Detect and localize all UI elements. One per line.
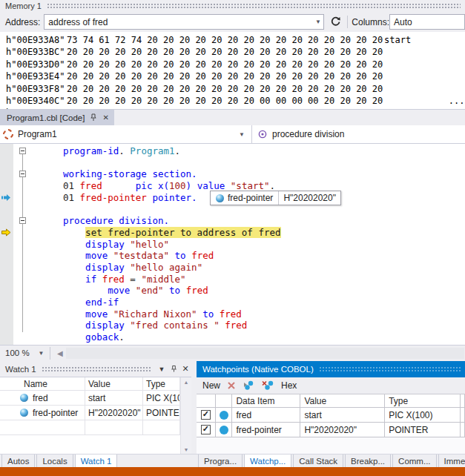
- code-line[interactable]: goback.: [0, 331, 465, 343]
- watchpoints-column-header[interactable]: Value: [300, 394, 385, 408]
- code-line[interactable]: [0, 157, 465, 169]
- tab-immedi[interactable]: Immedi...: [438, 454, 465, 468]
- enable-all-watchpoints-icon[interactable]: [243, 380, 255, 391]
- columns-input[interactable]: Auto: [389, 14, 465, 30]
- memory-bytes: 20 20 20 20 20 20 20 20 20 20 20 20 20 2…: [67, 59, 383, 70]
- editor-bottom-bar: 100 % ▼ ◀: [0, 345, 465, 360]
- watch-title: Watch 1: [5, 365, 36, 374]
- datatip-pin-arrow-icon: [1, 194, 11, 202]
- refresh-icon: [330, 16, 341, 27]
- watchpoint-row[interactable]: fredstartPIC X(100): [197, 408, 465, 423]
- watch-window: Watch 1 ▼ ✕ NameValueType fredstartPIC X…: [0, 361, 191, 454]
- memory-bytes: 73 74 61 72 74 20 20 20 20 20 20 20 20 2…: [67, 34, 383, 46]
- tab-program1-cbl[interactable]: Program1.cbl [Code] ✕: [0, 110, 114, 125]
- memory-row: h"00E9340C"20 20 20 20 20 20 20 20 20 20…: [0, 95, 465, 107]
- code-editor: Program1.cbl [Code] ✕ Progra: [0, 109, 465, 361]
- watchpoints-grid[interactable]: Data ItemValueType fredstartPIC X(100)fr…: [197, 394, 465, 454]
- code-line[interactable]: display "hello again": [0, 262, 465, 274]
- watch-name-cell: fred-pointer: [0, 406, 85, 420]
- code-line[interactable]: end-if: [0, 297, 465, 308]
- tab-call-stack[interactable]: Call Stack: [293, 454, 343, 468]
- zoom-selector[interactable]: 100 % ▼: [0, 348, 46, 357]
- memory-row: h"00E933BC"20 20 20 20 20 20 20 20 20 20…: [0, 46, 465, 58]
- tab-comm[interactable]: Comm...: [392, 454, 436, 468]
- fold-collapse-icon[interactable]: [19, 217, 26, 224]
- checkbox-checked-icon[interactable]: [201, 425, 211, 434]
- program-dropdown[interactable]: Program1 ▼: [0, 125, 252, 143]
- watch-grid[interactable]: NameValueType fredstartPIC X(100)fred-po…: [0, 377, 191, 454]
- tab-locals[interactable]: Locals: [36, 454, 73, 468]
- code-line[interactable]: move "end" to fred: [0, 285, 465, 297]
- address-input[interactable]: address of fred ▼: [44, 14, 324, 30]
- variable-icon: [20, 394, 28, 402]
- scroll-down-icon[interactable]: ▼: [184, 445, 189, 454]
- watchpoint-type: POINTER: [385, 423, 461, 437]
- code-line[interactable]: if fred = "middle": [0, 274, 465, 285]
- memory-window: Memory 1 Address: address of fred ▼ Colu…: [0, 0, 465, 109]
- code-line[interactable]: move "Richard Nixon" to fred: [0, 308, 465, 320]
- code-line[interactable]: working-storage section.: [0, 168, 465, 180]
- checkbox-checked-icon[interactable]: [201, 410, 211, 420]
- section-dropdown[interactable]: procedure division: [252, 125, 465, 143]
- pin-icon[interactable]: [168, 363, 179, 374]
- close-icon[interactable]: ✕: [102, 113, 108, 122]
- pin-icon[interactable]: [90, 113, 97, 122]
- watchpoints-window: Watchpoints (Native COBOL) New Hex Data …: [197, 361, 465, 454]
- memory-row: h"00E933A8"73 74 61 72 74 20 20 20 20 20…: [0, 34, 465, 46]
- tab-autos[interactable]: Autos: [1, 454, 35, 468]
- window-menu-icon[interactable]: ▼: [156, 363, 168, 374]
- watch-column-header[interactable]: Name: [0, 377, 85, 391]
- memory-address: h"00E9340C": [6, 95, 65, 107]
- close-icon[interactable]: ✕: [179, 363, 191, 374]
- watchpoints-titlebar[interactable]: Watchpoints (Native COBOL): [197, 361, 465, 377]
- delete-watchpoint-icon[interactable]: [227, 381, 236, 390]
- new-watchpoint-button[interactable]: New: [202, 380, 220, 391]
- current-statement-arrow-icon: [1, 228, 11, 237]
- fold-collapse-icon[interactable]: [19, 148, 26, 154]
- memory-bytes: 20 20 20 20 20 20 20 20 20 20 20 20 00 0…: [67, 95, 383, 107]
- code-line[interactable]: move "testdata" to fred: [0, 250, 465, 262]
- watch-row[interactable]: fred-pointerH"20202020"POINTER: [0, 406, 191, 420]
- watchpoints-titlebar-grip: [319, 366, 461, 373]
- watch-name: fred-pointer: [33, 406, 78, 420]
- code-line[interactable]: display "fred contains " fred: [0, 320, 465, 331]
- watchpoints-header-blank: [461, 394, 465, 408]
- watchpoint-value: H"20202020": [300, 423, 385, 437]
- watch-row[interactable]: fredstartPIC X(100): [0, 391, 191, 406]
- tab-watch-1[interactable]: Watch 1: [75, 454, 118, 468]
- code-line[interactable]: procedure division.: [0, 215, 465, 227]
- editor-body[interactable]: program-id. Program1.working-storage sec…: [0, 144, 465, 345]
- hex-toggle-button[interactable]: Hex: [281, 380, 297, 391]
- toolbar-separator: [50, 347, 50, 360]
- document-tabstrip: Program1.cbl [Code] ✕: [0, 109, 465, 125]
- tab-watchp[interactable]: Watchp...: [244, 454, 291, 468]
- watchpoints-header-blank: [197, 394, 216, 408]
- tab-breakp[interactable]: Breakp...: [345, 454, 391, 468]
- scroll-left-icon[interactable]: ◀: [54, 349, 66, 357]
- watchpoints-column-header[interactable]: Data Item: [232, 394, 300, 408]
- watchpoint-row[interactable]: fred-pointerH"20202020"POINTER: [197, 423, 465, 437]
- tab-progra[interactable]: Progra...: [198, 454, 243, 468]
- watch-titlebar[interactable]: Watch 1 ▼ ✕: [0, 361, 191, 377]
- memory-titlebar[interactable]: Memory 1: [0, 0, 465, 12]
- scroll-up-icon[interactable]: ▲: [184, 377, 189, 387]
- horizontal-scrollbar[interactable]: [66, 348, 464, 359]
- code-line[interactable]: display "hello": [0, 239, 465, 251]
- zoom-level: 100 %: [5, 348, 30, 357]
- variable-icon: [20, 409, 28, 417]
- watch-column-header[interactable]: Type: [143, 377, 180, 391]
- code-line[interactable]: set fred-pointer to address of fred: [0, 227, 465, 239]
- watch-empty-row[interactable]: [0, 420, 191, 435]
- delete-all-watchpoints-icon[interactable]: [262, 380, 274, 391]
- fold-collapse-icon[interactable]: [19, 171, 26, 177]
- watch-column-header[interactable]: Value: [85, 377, 143, 391]
- watchpoint-data-item: fred: [232, 408, 300, 423]
- toolbar-separator: [347, 16, 348, 28]
- vertical-scrollbar[interactable]: ▲ ▼: [180, 377, 191, 454]
- watchpoints-column-header[interactable]: Type: [385, 394, 461, 408]
- refresh-button[interactable]: [327, 14, 343, 30]
- chevron-down-icon[interactable]: ▼: [312, 19, 323, 25]
- memory-hex-grid[interactable]: h"00E933A8"73 74 61 72 74 20 20 20 20 20…: [0, 32, 465, 109]
- datatip[interactable]: fred-pointer H"20202020": [210, 191, 341, 205]
- code-line[interactable]: program-id. Program1.: [0, 145, 465, 157]
